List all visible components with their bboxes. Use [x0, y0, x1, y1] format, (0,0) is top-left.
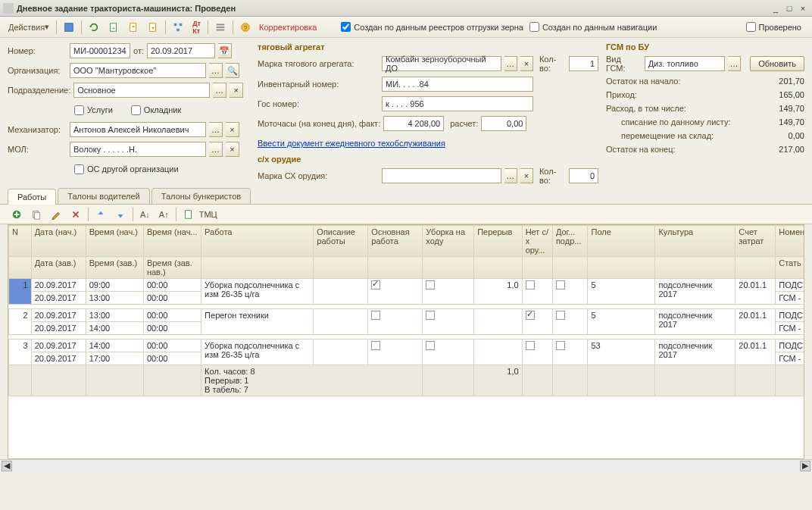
col-header-2[interactable]: Время (зав.) [86, 257, 143, 279]
delete-icon[interactable] [67, 207, 85, 222]
col-header[interactable]: Счет затрат [735, 226, 776, 257]
col-header[interactable]: Номен [776, 226, 804, 257]
table-row[interactable]: 220.09.201713:0000:00Перегон техники5под… [9, 309, 805, 322]
doc-icon[interactable] [180, 207, 198, 222]
tab-talony-bunk[interactable]: Талоны бункеристов [151, 188, 251, 204]
mol-input[interactable]: Волоку . . . . . .Н. [70, 142, 206, 157]
gos-input[interactable]: к . . . . 956 [382, 96, 533, 111]
select-icon[interactable]: … [209, 122, 223, 137]
col-header[interactable]: Основная работа [368, 226, 423, 257]
org-input[interactable]: ООО "Мантуровское" [70, 63, 206, 78]
table-row[interactable]: 320.09.201714:0000:00Уборка подсолнечник… [9, 339, 805, 352]
chk-os-drugoy[interactable]: ОС другой организации [74, 164, 179, 174]
link-tehobsl[interactable]: Ввести документ ежедневного техобслужива… [258, 139, 445, 148]
kolvo-input[interactable]: 1 [569, 56, 598, 71]
dt-kt-icon[interactable]: ДтКт [189, 20, 205, 35]
tab-talony-vod[interactable]: Талоны водителей [58, 188, 150, 204]
kolvo-sh-input[interactable]: 0 [569, 168, 598, 183]
col-header[interactable]: Время (нач... [143, 226, 201, 257]
help-icon[interactable]: ? [236, 20, 255, 35]
calendar-icon[interactable]: 📅 [218, 43, 232, 58]
col-header-2[interactable] [474, 257, 523, 279]
scroll-left-icon[interactable]: ◀ [2, 461, 12, 471]
marka-input[interactable]: Комбайн зерноуборочный ДО [382, 56, 501, 71]
clear-icon[interactable]: × [230, 83, 243, 98]
edit-icon[interactable] [47, 207, 65, 222]
clear-icon[interactable]: × [226, 122, 239, 137]
select-icon[interactable]: … [728, 56, 741, 71]
clear-icon[interactable]: × [520, 168, 533, 183]
col-header-2[interactable] [314, 257, 368, 279]
chk-okladnik[interactable]: Окладник [131, 105, 181, 115]
sort-asc-icon[interactable]: A↓ [136, 207, 154, 222]
open-icon[interactable]: 🔍 [226, 63, 239, 78]
save-icon[interactable] [60, 20, 78, 35]
col-header-2[interactable] [588, 257, 655, 279]
add-icon[interactable] [8, 207, 26, 222]
checkbox-icon[interactable] [526, 280, 535, 289]
sort-desc-icon[interactable]: A↑ [155, 207, 173, 222]
col-header-2[interactable] [735, 257, 776, 279]
table-row[interactable]: 120.09.201709:0000:00Уборка подсолнечник… [9, 279, 805, 292]
inv-input[interactable]: МИ. . . . .84 [382, 77, 533, 92]
checkbox-icon[interactable] [426, 280, 435, 289]
select-icon[interactable]: … [504, 168, 517, 183]
tab-raboty[interactable]: Работы [8, 189, 56, 205]
col-header[interactable]: Перерыв [474, 226, 523, 257]
scroll-right-icon[interactable]: ▶ [800, 461, 810, 471]
marka-sh-input[interactable] [382, 168, 501, 183]
tmc-label[interactable]: ТМЦ [199, 210, 217, 219]
select-icon[interactable]: … [504, 56, 517, 71]
close-button[interactable]: × [797, 3, 809, 14]
maximize-button[interactable]: □ [783, 3, 795, 14]
col-header[interactable]: Время (нач.) [86, 226, 143, 257]
col-header[interactable]: Культура [655, 226, 735, 257]
checkbox-icon[interactable] [526, 341, 535, 350]
chk-reestr[interactable]: Создан по данным реестров отгрузки зерна [341, 22, 523, 32]
col-header[interactable]: Дата (нач.) [31, 226, 86, 257]
checkbox-icon[interactable] [556, 311, 565, 320]
korrektirovka-label[interactable]: Корректировка [259, 23, 317, 32]
col-header-2[interactable] [552, 257, 588, 279]
structure-icon[interactable] [169, 20, 187, 35]
col-header[interactable]: Уборка на ходу [423, 226, 474, 257]
col-header[interactable]: Дог... подр... [552, 226, 588, 257]
chk-provereno[interactable]: Проверено [746, 22, 801, 32]
h-scrollbar[interactable]: ◀ ▶ [0, 459, 812, 471]
col-header[interactable]: Описание работы [314, 226, 368, 257]
col-header-2[interactable]: Дата (зав.) [31, 257, 86, 279]
col-header-2[interactable]: Время (зав. нав.) [143, 257, 201, 279]
vid-gsm-input[interactable]: Диз. топливо [645, 56, 725, 71]
col-header[interactable]: N [9, 226, 32, 257]
grid[interactable]: NДата (нач.)Время (нач.)Время (нач...Раб… [8, 224, 804, 459]
doc-down-icon[interactable] [144, 20, 162, 35]
date-input[interactable]: 20.09.2017 [147, 43, 215, 58]
podr-input[interactable]: Основное [73, 83, 210, 98]
move-down-icon[interactable] [111, 207, 130, 222]
move-up-icon[interactable] [92, 207, 110, 222]
checkbox-icon[interactable] [426, 341, 435, 350]
clear-icon[interactable]: × [226, 142, 239, 157]
minimize-button[interactable]: _ [770, 3, 782, 14]
obnovit-button[interactable]: Обновить [750, 56, 804, 71]
list-icon[interactable] [211, 20, 230, 35]
doc-up-icon[interactable] [124, 20, 142, 35]
refresh-icon[interactable] [85, 20, 103, 35]
col-header-2[interactable] [522, 257, 552, 279]
col-header[interactable]: Поле [588, 226, 655, 257]
checkbox-icon[interactable] [526, 311, 535, 320]
checkbox-icon[interactable] [556, 341, 565, 350]
col-header-2[interactable] [368, 257, 423, 279]
chk-uslugi[interactable]: Услуги [74, 105, 113, 115]
col-header-2[interactable] [201, 257, 314, 279]
checkbox-icon[interactable] [371, 311, 380, 320]
col-header-2[interactable] [655, 257, 735, 279]
col-header-2[interactable]: Стать [776, 257, 804, 279]
select-icon[interactable]: … [213, 83, 226, 98]
copy-icon[interactable] [27, 207, 45, 222]
select-icon[interactable]: … [209, 63, 223, 78]
mech-input[interactable]: Антонов Алексей Николаевич [70, 122, 206, 137]
chk-navigation[interactable]: Создан по данным навигации [529, 22, 657, 32]
col-header-2[interactable] [423, 257, 474, 279]
col-header[interactable]: Работа [201, 226, 314, 257]
